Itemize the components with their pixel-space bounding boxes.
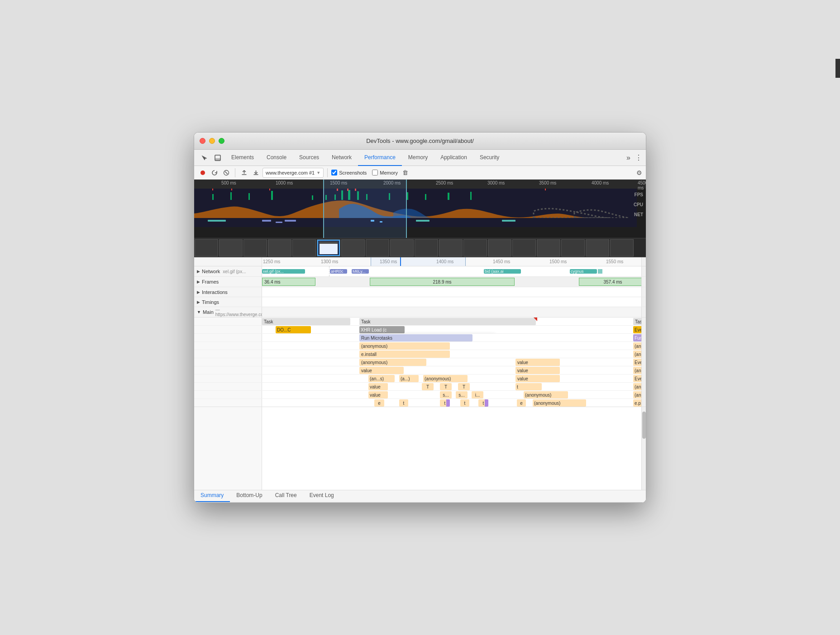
xhr-load-bar[interactable]: XHR Load (c	[359, 326, 405, 333]
network-bar-cygnus[interactable]: cygnus	[570, 269, 597, 274]
run-microtasks-bar[interactable]: Run Microtasks	[359, 334, 472, 341]
task-bar-1[interactable]: Task	[262, 318, 350, 325]
dock-button[interactable]	[211, 152, 224, 164]
s-bar-2[interactable]: s...	[456, 391, 468, 398]
tab-console[interactable]: Console	[260, 150, 293, 166]
network-bar-bid[interactable]: bid (aax.ai	[484, 269, 521, 274]
tab-call-tree[interactable]: Call Tree	[269, 489, 303, 502]
einstall-bar[interactable]: e.install	[359, 351, 450, 358]
tab-network[interactable]: Network	[325, 150, 358, 166]
anon-bar-r5[interactable]: (anonymous)	[359, 359, 426, 366]
tab-sources[interactable]: Sources	[293, 150, 325, 166]
tab-elements[interactable]: Elements	[225, 150, 260, 166]
time-1000: 1000 ms	[276, 180, 293, 185]
value-bar-r8[interactable]: value	[368, 383, 388, 390]
e-bar-1[interactable]: e	[374, 399, 384, 407]
t-bar-r10-2[interactable]: t	[440, 399, 450, 407]
upload-button[interactable]	[239, 168, 249, 178]
network-bar-ahr0c[interactable]: aHR0c	[330, 269, 347, 274]
tab-memory[interactable]: Memory	[402, 150, 434, 166]
anon-bar-r4[interactable]: (ano...us)	[633, 351, 641, 358]
tab-security[interactable]: Security	[473, 150, 506, 166]
selection-range[interactable]	[323, 180, 407, 238]
memory-toggle[interactable]: Memory	[372, 170, 398, 175]
record-button[interactable]	[198, 168, 208, 178]
flame-row-6-content: value value (ano...us)	[262, 366, 641, 374]
evenire-bar[interactable]: Even...ire	[633, 375, 641, 382]
screenshots-toggle[interactable]: Screenshots	[331, 170, 367, 175]
func-all-bar[interactable]: Func...all	[633, 334, 641, 341]
tab-event-log[interactable]: Event Log	[303, 489, 340, 502]
frame-36[interactable]: 36.4 ms	[262, 278, 315, 286]
settings-button[interactable]: ⚙	[636, 169, 642, 176]
s-bar-1[interactable]: s...	[440, 391, 452, 398]
anon-bar-r8[interactable]: (ano...us)	[633, 383, 641, 390]
tab-application[interactable]: Application	[434, 150, 473, 166]
task-bar-2[interactable]: Task	[359, 318, 536, 325]
screenshots-checkbox[interactable]	[331, 170, 337, 175]
flame-row-1-content: DO...C XHR Load (c Event (load) 211.67 m…	[262, 326, 641, 333]
T-bar-1[interactable]: T	[422, 383, 434, 390]
reload-button[interactable]	[210, 168, 220, 178]
t-bar-r10-1[interactable]: t	[399, 399, 408, 407]
anon-bar-r10[interactable]: (anonymous)	[533, 399, 586, 407]
anon-bar-1[interactable]: (anonymous)	[359, 342, 450, 350]
more-tabs-button[interactable]: »	[623, 154, 634, 162]
network-track-label[interactable]: ▶ Network xel.gif (px...	[194, 266, 262, 276]
i-bar[interactable]: i...	[472, 391, 483, 398]
screenshot-thumb	[439, 239, 463, 256]
anon-bar-r6[interactable]: (ano...us)	[633, 367, 641, 374]
timings-content	[262, 297, 641, 307]
anus-bar-r9[interactable]: (an...us)	[633, 391, 641, 398]
trash-button[interactable]: 🗑	[402, 169, 408, 176]
t-bar[interactable]: t	[515, 383, 542, 390]
scrollbar-task	[641, 318, 646, 325]
url-selector[interactable]: www.theverge.com #1 ▼	[262, 168, 324, 178]
T-bar-3[interactable]: T	[458, 383, 470, 390]
evence-bar[interactable]: Eve...nce	[633, 359, 641, 366]
anon-bar-r7[interactable]: (anonymous)	[423, 375, 468, 382]
svg-rect-29	[545, 189, 546, 190]
frames-track-label[interactable]: ▶ Frames	[194, 277, 262, 287]
value-bar-r5[interactable]: value	[515, 359, 560, 366]
close-button[interactable]	[200, 138, 205, 144]
tab-bottom-up[interactable]: Bottom-Up	[230, 489, 268, 502]
value-bar-r7[interactable]: value	[515, 375, 560, 382]
clear-button[interactable]	[221, 168, 231, 178]
a-bar[interactable]: (a...)	[399, 375, 419, 382]
value-bar-r6a[interactable]: value	[359, 367, 404, 374]
dropdown-arrow-icon: ▼	[316, 171, 320, 175]
e-bar-2[interactable]: e	[517, 399, 526, 407]
interactions-label[interactable]: ▶ Interactions	[194, 287, 262, 297]
t-bar-r10-4[interactable]: t	[478, 399, 488, 407]
epss-bar[interactable]: e.p...ss	[633, 399, 641, 407]
maximize-button[interactable]	[219, 138, 224, 144]
value-bar-r9[interactable]: value	[368, 391, 388, 398]
frames-track-content: 36.4 ms 218.9 ms 357.4 ms	[262, 277, 641, 287]
scrollbar-thumb[interactable]	[642, 412, 646, 439]
event-load-bar[interactable]: Event (load)	[633, 326, 641, 333]
anon-bar-2[interactable]: (ano...us)	[633, 342, 641, 350]
T-bar-2[interactable]: T	[440, 383, 452, 390]
minimize-button[interactable]	[209, 138, 215, 144]
devtools-menu-button[interactable]: ⋮	[635, 153, 642, 162]
task-bar-3[interactable]: Task	[633, 318, 641, 325]
do-c-bar[interactable]: DO...C	[276, 326, 311, 333]
t-bar-r10-3[interactable]: t	[460, 399, 469, 407]
tab-summary[interactable]: Summary	[194, 489, 230, 502]
timeline-overview[interactable]: 500 ms 1000 ms 1500 ms 2000 ms 2500 ms 3…	[194, 180, 646, 238]
frame-357[interactable]: 357.4 ms	[579, 278, 641, 286]
network-bar-m6ly[interactable]: M6Ly...	[352, 269, 369, 274]
anon-bar-r9[interactable]: (anonymous)	[524, 391, 568, 398]
network-bar-xel[interactable]: xel.gif (px...	[262, 269, 305, 274]
flame-row-3: (anonymous) (ano...us)	[194, 342, 646, 350]
tab-performance[interactable]: Performance	[358, 150, 402, 166]
frame-218[interactable]: 218.9 ms	[370, 278, 515, 286]
memory-checkbox[interactable]	[372, 170, 378, 175]
timings-label[interactable]: ▶ Timings	[194, 297, 262, 307]
download-button[interactable]	[251, 168, 261, 178]
cursor-tool-button[interactable]	[198, 152, 210, 164]
main-track-label[interactable]: ▼ Main — https://www.theverge.com/	[194, 307, 262, 317]
ans-bar[interactable]: (an...s)	[368, 375, 395, 382]
value-bar-r6b[interactable]: value	[515, 367, 560, 374]
